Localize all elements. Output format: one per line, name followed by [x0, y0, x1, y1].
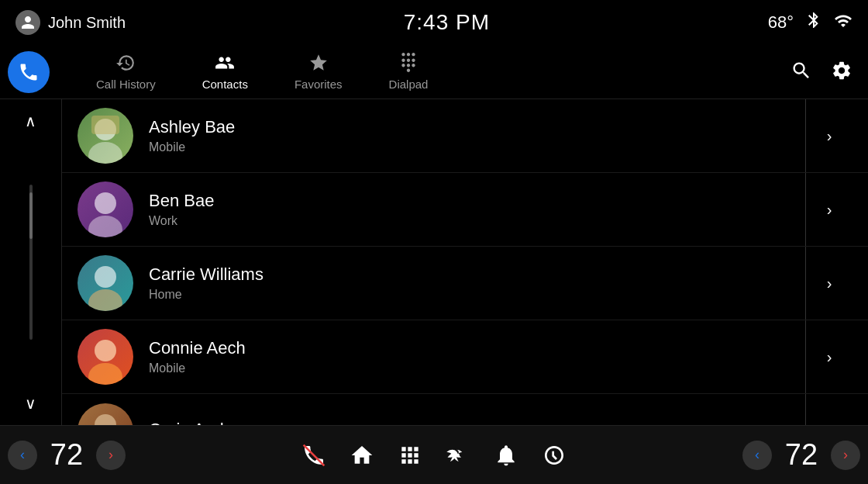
right-temp-increase-button[interactable]: › — [831, 441, 860, 470]
phone-active-button[interactable] — [8, 51, 50, 93]
contact-divider — [805, 99, 806, 172]
nav-actions — [790, 60, 852, 85]
contact-chevron-carrie-williams[interactable]: › — [806, 275, 852, 292]
left-temp-increase-button[interactable]: › — [96, 441, 126, 470]
tab-call-history[interactable]: Call History — [73, 53, 179, 91]
scroll-thumb — [29, 192, 33, 239]
bottom-bar: ‹ 72 › — [0, 425, 868, 484]
tab-contacts[interactable]: Contacts — [179, 53, 271, 91]
ac-vent-icon[interactable] — [542, 443, 567, 468]
tab-dialpad[interactable]: Dialpad — [366, 53, 452, 91]
contact-name: Ben Bae — [149, 191, 806, 211]
contact-avatar-connie-aech — [78, 329, 133, 385]
contact-type: Home — [149, 288, 806, 302]
svg-point-12 — [456, 454, 460, 457]
bell-notification-icon[interactable] — [494, 443, 518, 468]
status-time: 7:43 PM — [404, 10, 490, 35]
contact-info-ben-bae: Ben Bae Work — [149, 191, 806, 228]
svg-point-9 — [95, 414, 116, 426]
nav-bar: Call History Contacts Favorites Dialpad — [0, 45, 868, 99]
left-temp-control: ‹ 72 › — [8, 438, 126, 472]
contact-divider — [805, 173, 806, 246]
contacts-list: Ashley Bae Mobile › Ben Bae Work › — [62, 99, 868, 425]
contact-info-carrie-williams: Carrie Williams Home — [149, 264, 806, 302]
svg-point-4 — [88, 216, 122, 237]
user-avatar-icon — [16, 10, 40, 35]
svg-point-1 — [88, 142, 122, 164]
tab-call-history-label: Call History — [96, 78, 156, 91]
bluetooth-icon — [804, 11, 823, 34]
contact-divider — [805, 320, 806, 393]
contact-type: Work — [149, 214, 806, 228]
right-temp-decrease-button[interactable]: ‹ — [742, 441, 772, 470]
svg-point-7 — [95, 340, 116, 361]
left-temp-value: 72 — [43, 438, 90, 472]
contact-name: Carrie Williams — [149, 264, 806, 285]
svg-point-3 — [95, 192, 116, 214]
signal-icon — [834, 12, 852, 34]
bottom-center-icons — [301, 443, 567, 468]
contact-divider — [805, 247, 806, 320]
right-temp-control: ‹ 72 › — [742, 438, 860, 472]
scroll-track — [29, 185, 33, 340]
contact-avatar-ashley-bae — [78, 108, 133, 164]
nav-tabs: Call History Contacts Favorites Dialpad — [73, 53, 790, 91]
left-temp-decrease-button[interactable]: ‹ — [8, 441, 37, 470]
svg-point-6 — [88, 289, 122, 311]
contact-type: Mobile — [149, 361, 806, 375]
contact-item-ashley-bae[interactable]: Ashley Bae Mobile › — [62, 99, 868, 173]
temperature-display: 68° — [768, 12, 794, 33]
apps-grid-icon[interactable] — [398, 443, 422, 468]
contact-chevron-ashley-bae[interactable]: › — [806, 127, 852, 145]
contact-item-ben-bae[interactable]: Ben Bae Work › — [62, 173, 868, 247]
search-icon[interactable] — [790, 60, 812, 85]
svg-rect-2 — [91, 116, 119, 134]
right-temp-value: 72 — [778, 438, 825, 472]
contact-item-connie-aech[interactable]: Connie Aech Mobile › — [62, 320, 868, 394]
scroll-up-button[interactable]: ∧ — [17, 107, 45, 135]
fan-icon[interactable] — [446, 443, 470, 468]
contact-chevron-connie-aech[interactable]: › — [806, 348, 852, 366]
contact-divider — [805, 394, 806, 425]
contact-avatar-craig-anderson — [78, 403, 133, 426]
svg-point-5 — [95, 266, 116, 288]
contact-item-craig-anderson[interactable]: Craig Anderson › — [62, 394, 868, 425]
tab-favorites[interactable]: Favorites — [271, 53, 366, 91]
contact-name: Ashley Bae — [149, 117, 806, 137]
scroll-down-button[interactable]: ∨ — [17, 389, 45, 417]
status-right: 68° — [768, 11, 852, 34]
contact-avatar-carrie-williams — [78, 255, 133, 311]
muted-phone-icon[interactable] — [301, 443, 326, 468]
settings-icon[interactable] — [831, 60, 852, 85]
tab-contacts-label: Contacts — [202, 78, 248, 91]
main-content: ∧ ∨ Ashley Bae Mobile › — [0, 99, 868, 425]
contact-item-carrie-williams[interactable]: Carrie Williams Home › — [62, 247, 868, 320]
contact-chevron-craig-anderson[interactable]: › — [806, 422, 852, 425]
status-bar: John Smith 7:43 PM 68° — [0, 0, 868, 45]
contact-info-connie-aech: Connie Aech Mobile — [149, 338, 806, 375]
contact-avatar-ben-bae — [78, 182, 133, 237]
tab-dialpad-label: Dialpad — [389, 78, 429, 91]
tab-favorites-label: Favorites — [294, 78, 343, 91]
contact-chevron-ben-bae[interactable]: › — [806, 201, 852, 219]
contact-info-craig-anderson: Craig Anderson — [149, 420, 806, 426]
svg-point-8 — [88, 363, 122, 385]
contact-type: Mobile — [149, 140, 806, 154]
contact-name: Craig Anderson — [149, 420, 806, 426]
home-icon[interactable] — [350, 443, 374, 468]
user-name: John Smith — [48, 14, 126, 32]
contact-name: Connie Aech — [149, 338, 806, 358]
contact-info-ashley-bae: Ashley Bae Mobile — [149, 117, 806, 154]
sidebar-scroll: ∧ ∨ — [0, 99, 62, 425]
status-left: John Smith — [16, 10, 126, 35]
